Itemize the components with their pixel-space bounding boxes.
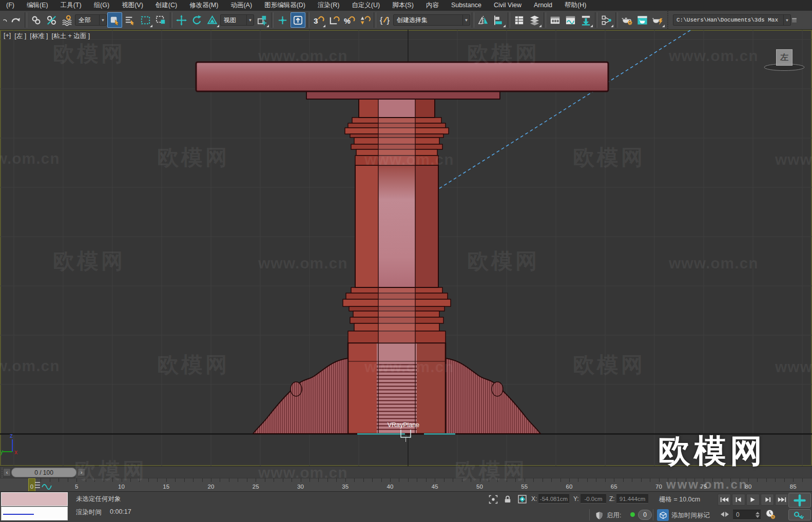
time-slider-next-button[interactable]: › bbox=[78, 468, 85, 476]
viewport-menu-general[interactable]: [+] bbox=[4, 32, 11, 41]
table-top[interactable] bbox=[196, 62, 608, 91]
menu-substance[interactable]: Substance bbox=[445, 0, 488, 11]
named-selection-sets-dropdown[interactable]: 创建选择集▼ bbox=[393, 14, 470, 26]
menu-edit[interactable]: 编辑(E) bbox=[21, 0, 54, 11]
viewcube[interactable]: 左 bbox=[776, 49, 792, 66]
frame-spinner-field[interactable]: 0 bbox=[733, 510, 761, 520]
maxscript-mini-listener[interactable] bbox=[1, 507, 68, 520]
mini-curve-editor-button[interactable] bbox=[34, 481, 53, 490]
shield-icon[interactable] bbox=[593, 510, 605, 521]
ribbon-toggle-button[interactable] bbox=[548, 12, 563, 28]
selection-lock-toggle[interactable] bbox=[502, 494, 513, 505]
render-setup-button[interactable] bbox=[620, 12, 634, 28]
percent-snap-button[interactable]: % bbox=[342, 12, 357, 28]
edit-named-selection-sets-button[interactable]: {} bbox=[378, 12, 393, 28]
mirror-button[interactable] bbox=[476, 12, 491, 28]
select-and-link-button[interactable] bbox=[29, 12, 44, 28]
chevron-down-icon[interactable]: ▼ bbox=[783, 15, 790, 25]
chevron-down-icon[interactable]: ▼ bbox=[462, 15, 470, 25]
project-folder-dropdown[interactable]: C:\Users\Han\Documents\3ds Max 2022▼ bbox=[673, 14, 791, 26]
angle-snap-button[interactable] bbox=[326, 12, 341, 28]
menu-graph-editors[interactable]: 图形编辑器(D) bbox=[258, 0, 312, 11]
time-configuration-button[interactable] bbox=[765, 509, 776, 520]
menu-views[interactable]: 视图(V) bbox=[115, 0, 149, 11]
render-button[interactable] bbox=[650, 12, 665, 28]
toolbar-overflow-partial[interactable] bbox=[791, 12, 798, 28]
menu-rendering[interactable]: 渲染(R) bbox=[312, 0, 345, 11]
z-coord-field[interactable]: 91.444cm bbox=[616, 494, 648, 504]
add-create-button[interactable] bbox=[788, 493, 811, 508]
go-to-start-button[interactable] bbox=[718, 494, 731, 506]
add-time-tag-label[interactable]: 添加时间标记 bbox=[671, 511, 710, 520]
menu-animation[interactable]: 动画(A) bbox=[224, 0, 258, 11]
menu-civil-view[interactable]: Civil View bbox=[488, 0, 528, 11]
ruler-frame-number: 50 bbox=[476, 484, 483, 490]
rectangular-selection-region-button[interactable] bbox=[138, 12, 153, 28]
menu-scripting[interactable]: 脚本(S) bbox=[386, 0, 420, 11]
column-shaft[interactable] bbox=[355, 165, 438, 287]
y-coord-field[interactable]: -0.0cm bbox=[581, 494, 606, 504]
bind-to-space-warp-button[interactable] bbox=[60, 12, 74, 28]
menu-help[interactable]: 帮助(H) bbox=[558, 0, 592, 11]
menu-group[interactable]: 组(G) bbox=[88, 0, 116, 11]
viewport-menu-shading[interactable]: [粘土 + 边面 ] bbox=[52, 32, 90, 41]
viewport-canvas[interactable]: VRayPlane bbox=[0, 30, 812, 466]
next-frame-button[interactable] bbox=[761, 494, 774, 506]
window-crossing-button[interactable] bbox=[153, 12, 168, 28]
menu-file[interactable]: (F) bbox=[0, 0, 21, 11]
select-and-rotate-button[interactable] bbox=[189, 12, 204, 28]
go-to-end-button[interactable] bbox=[775, 494, 788, 506]
trackbar-grip[interactable] bbox=[0, 468, 3, 478]
isolate-selection-toggle[interactable] bbox=[488, 494, 499, 505]
viewport-menu-perview[interactable]: [标准 ] bbox=[30, 32, 48, 41]
previous-frame-button[interactable] bbox=[732, 494, 745, 506]
select-and-place-button[interactable] bbox=[291, 12, 305, 28]
menu-arnold[interactable]: Arnold bbox=[528, 0, 558, 11]
maxscript-macro-recorder[interactable] bbox=[1, 492, 68, 506]
menu-modifiers[interactable]: 修改器(M) bbox=[183, 0, 224, 11]
maxscript-cube-icon[interactable] bbox=[657, 509, 669, 521]
spinner-snap-button[interactable] bbox=[357, 12, 372, 28]
redo-button[interactable] bbox=[8, 12, 23, 28]
schematic-view-button[interactable] bbox=[578, 12, 593, 28]
select-and-manipulate-button[interactable] bbox=[275, 12, 290, 28]
absolute-offset-mode-toggle[interactable] bbox=[516, 493, 528, 505]
snap-toggle-3d-button[interactable]: 3 bbox=[311, 12, 326, 28]
menu-content[interactable]: 内容 bbox=[420, 0, 445, 11]
selection-filter-dropdown[interactable]: 全部▼ bbox=[75, 14, 107, 26]
undo-button[interactable] bbox=[1, 12, 8, 28]
chevron-down-icon[interactable]: ▼ bbox=[99, 15, 106, 25]
spinner-arrows[interactable] bbox=[756, 512, 760, 518]
set-key-button[interactable] bbox=[788, 509, 811, 520]
time-slider-prev-button[interactable]: ‹ bbox=[3, 468, 11, 476]
key-step-arrows[interactable] bbox=[721, 512, 729, 517]
x-coord-field[interactable]: -54.081cm bbox=[538, 494, 569, 504]
align-button[interactable] bbox=[491, 12, 506, 28]
time-slider[interactable]: 0 / 100 bbox=[11, 468, 76, 477]
chevron-down-icon[interactable]: ▼ bbox=[246, 15, 254, 25]
select-and-move-button[interactable] bbox=[174, 12, 189, 28]
select-by-name-button[interactable] bbox=[123, 12, 138, 28]
viewport-menu-pov[interactable]: [左 ] bbox=[14, 32, 26, 41]
menu-customize[interactable]: 自定义(U) bbox=[345, 0, 386, 11]
unlink-selection-button[interactable] bbox=[44, 12, 59, 28]
rendered-frame-window-button[interactable] bbox=[635, 12, 650, 28]
table-base[interactable] bbox=[348, 343, 446, 434]
play-button[interactable] bbox=[746, 494, 760, 506]
use-pivot-center-button[interactable] bbox=[255, 12, 269, 28]
scene-explorer-button[interactable] bbox=[512, 12, 527, 28]
timeline-ruler[interactable]: 0510152025303540455055606570758085 bbox=[0, 478, 812, 492]
table-leg-left[interactable] bbox=[253, 358, 348, 434]
viewport-left[interactable]: VRayPlane [+] [左 ] [标准 ] [粘土 + 边面 ] 左 z … bbox=[0, 30, 812, 466]
reference-coordinate-dropdown[interactable]: 视图▼ bbox=[220, 14, 254, 26]
menu-tools[interactable]: 工具(T) bbox=[54, 0, 88, 11]
select-and-scale-button[interactable] bbox=[205, 12, 220, 28]
menu-create[interactable]: 创建(C) bbox=[149, 0, 183, 11]
table-model[interactable] bbox=[196, 62, 608, 434]
curve-editor-button[interactable] bbox=[563, 12, 578, 28]
table-leg-right[interactable] bbox=[446, 358, 540, 434]
select-object-button[interactable] bbox=[107, 12, 122, 28]
layer-explorer-button[interactable] bbox=[527, 12, 542, 28]
material-editor-button[interactable] bbox=[599, 12, 614, 28]
zero-badge-button[interactable]: 0 bbox=[638, 510, 652, 520]
